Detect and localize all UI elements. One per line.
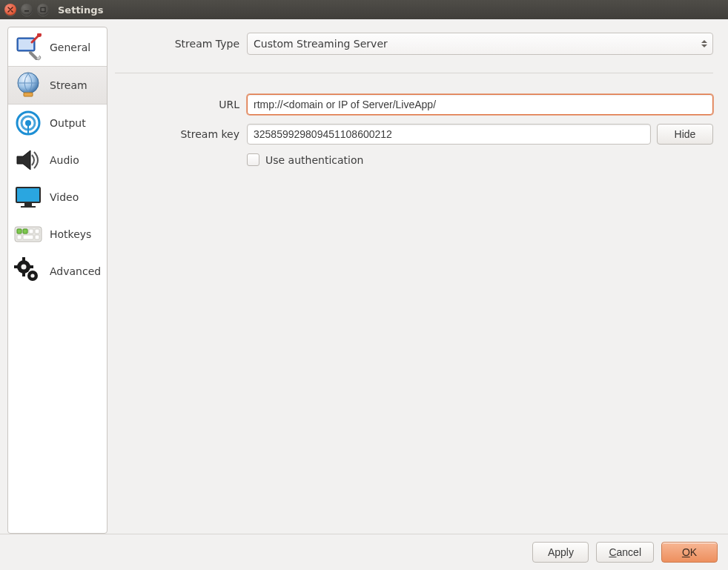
svg-rect-0 (24, 10, 29, 12)
sidebar-item-output[interactable]: Output (8, 105, 107, 142)
client-area: General (0, 19, 728, 570)
svg-rect-29 (14, 265, 19, 268)
hotkeys-icon (13, 219, 44, 250)
stream-key-input[interactable] (247, 124, 651, 145)
titlebar: Settings (0, 0, 728, 19)
svg-rect-30 (29, 265, 33, 268)
maximize-icon (40, 7, 46, 13)
svg-rect-3 (19, 39, 33, 50)
stream-type-value: Custom Streaming Server (254, 38, 388, 50)
sidebar-item-label: Advanced (50, 265, 101, 277)
svg-rect-20 (17, 235, 21, 239)
close-icon (7, 7, 13, 13)
svg-rect-13 (24, 203, 32, 206)
window-close-button[interactable] (4, 4, 16, 16)
hide-button[interactable]: Hide (657, 124, 713, 145)
general-icon (13, 32, 44, 63)
svg-rect-21 (23, 235, 33, 239)
combo-spinner-icon (699, 35, 709, 53)
sidebar-item-label: Stream (50, 79, 87, 91)
stream-icon (13, 70, 44, 101)
sidebar-item-label: Hotkeys (50, 228, 91, 240)
ok-button-label: OK (682, 546, 697, 558)
sidebar-item-label: Audio (50, 154, 79, 166)
window-minimize-button[interactable] (21, 4, 33, 16)
sidebar-item-advanced[interactable]: Advanced (8, 253, 107, 290)
url-input[interactable] (247, 94, 713, 115)
video-icon (13, 182, 44, 213)
svg-rect-14 (21, 206, 36, 208)
cancel-button-label: Cancel (609, 546, 641, 558)
audio-icon (13, 145, 44, 176)
window-title: Settings (58, 4, 103, 16)
svg-rect-28 (22, 272, 25, 276)
svg-rect-24 (23, 229, 27, 233)
svg-rect-22 (35, 235, 39, 239)
svg-rect-18 (29, 229, 33, 233)
sidebar-item-hotkeys[interactable]: Hotkeys (8, 216, 107, 253)
sidebar-item-stream[interactable]: Stream (8, 66, 107, 105)
svg-rect-1 (41, 7, 45, 12)
sidebar-item-audio[interactable]: Audio (8, 142, 107, 179)
use-auth-label: Use authentication (265, 154, 363, 166)
stream-key-label: Stream key (115, 128, 241, 140)
sidebar-item-label: Output (50, 117, 86, 129)
svg-point-31 (21, 265, 27, 270)
content-row: General (0, 19, 728, 534)
advanced-icon (13, 256, 44, 287)
svg-rect-19 (35, 229, 39, 233)
minimize-icon (24, 7, 30, 13)
sidebar-item-video[interactable]: Video (8, 179, 107, 216)
sidebar-item-label: General (50, 42, 90, 53)
cancel-button[interactable]: Cancel (596, 542, 654, 563)
sidebar-item-label: Video (50, 191, 79, 203)
apply-button-label: Apply (548, 546, 574, 558)
stream-type-combo[interactable]: Custom Streaming Server (247, 33, 713, 55)
sidebar-item-general[interactable]: General (8, 29, 107, 66)
svg-rect-27 (22, 257, 25, 262)
settings-sidebar: General (7, 27, 107, 534)
hide-button-label: Hide (675, 128, 696, 140)
window-maximize-button[interactable] (37, 4, 49, 16)
separator (115, 73, 713, 73)
stream-type-label: Stream Type (115, 38, 241, 50)
svg-rect-12 (17, 188, 39, 202)
stream-settings-panel: Stream Type Custom Streaming Server URL … (115, 27, 721, 534)
use-auth-row[interactable]: Use authentication (247, 153, 713, 166)
form-grid: Stream Type Custom Streaming Server URL … (115, 27, 721, 166)
output-icon (13, 107, 44, 139)
dialog-footer: Apply Cancel OK (0, 534, 728, 570)
svg-point-32 (30, 274, 34, 277)
apply-button[interactable]: Apply (532, 542, 589, 563)
svg-rect-10 (27, 123, 29, 134)
ok-button[interactable]: OK (661, 542, 718, 563)
svg-rect-23 (17, 229, 21, 233)
use-auth-checkbox[interactable] (247, 153, 259, 166)
svg-rect-6 (24, 93, 33, 96)
url-label: URL (115, 99, 241, 110)
